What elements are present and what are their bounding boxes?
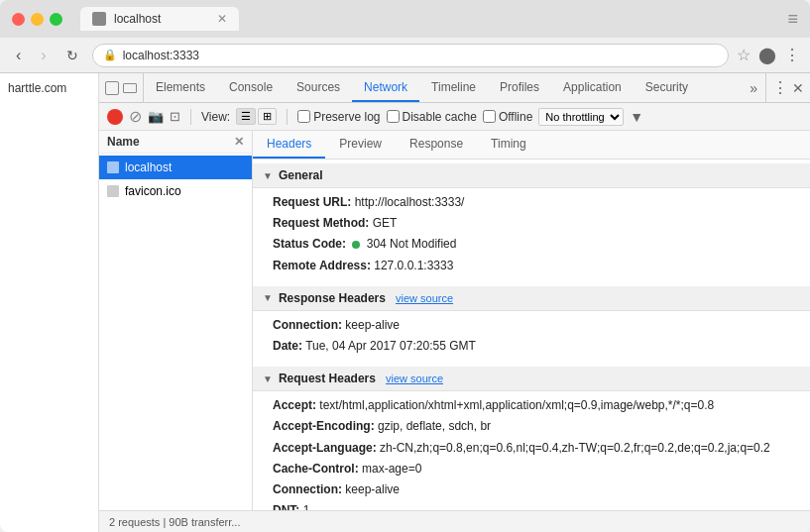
file-doc-icon: [107, 185, 119, 197]
tab-preview[interactable]: Preview: [325, 131, 396, 159]
nav-right: ☆ ⬤ ⋮: [737, 46, 800, 64]
tab-console[interactable]: Console: [217, 73, 285, 102]
address-text: localhost:3333: [123, 49, 199, 62]
star-icon[interactable]: ☆: [737, 46, 751, 64]
circle-icon[interactable]: ⬤: [758, 46, 776, 64]
browser-frame: localhost ✕ ≡ ‹ › ↻ 🔒 localhost:3333 ☆ ⬤…: [0, 0, 810, 532]
request-url-val: http://localhost:3333/: [355, 195, 465, 209]
tab-favicon: [92, 12, 106, 26]
devtools-tabs: Elements Console Sources Network Timelin…: [144, 73, 742, 102]
devtools-icons: [99, 73, 144, 102]
request-headers-section-header[interactable]: ▼ Request Headers view source: [253, 367, 810, 391]
request-headers-view-source-link[interactable]: view source: [386, 372, 443, 384]
devtools-menu-icon[interactable]: ⋮: [772, 78, 788, 97]
details-content: ▼ General Request URL: http://localhost:…: [253, 160, 810, 510]
status-bar-text: 2 requests | 90B transferr...: [109, 516, 240, 528]
accept-key: Accept:: [273, 398, 316, 412]
more-tabs-icon[interactable]: »: [742, 73, 765, 102]
title-bar: localhost ✕ ≡: [0, 0, 810, 38]
traffic-lights: [12, 13, 62, 26]
address-bar[interactable]: 🔒 localhost:3333: [92, 44, 729, 67]
file-item-favicon[interactable]: favicon.ico: [99, 179, 252, 203]
tab-title: localhost: [114, 12, 161, 26]
close-column-icon[interactable]: ✕: [234, 135, 244, 149]
devtools-header: Elements Console Sources Network Timelin…: [99, 73, 810, 103]
tab-application[interactable]: Application: [551, 73, 634, 102]
inspect-icon[interactable]: [105, 81, 119, 95]
devtools-main: Name ✕ localhost favicon.ico: [99, 131, 810, 510]
details-panel: Headers Preview Response Timing ▼ Genera…: [253, 131, 810, 510]
window-menu-icon[interactable]: ≡: [787, 9, 798, 30]
response-headers-arrow-icon: ▼: [263, 292, 273, 303]
tab-timing[interactable]: Timing: [477, 131, 540, 159]
dnt-key: DNT:: [273, 503, 299, 510]
accept-encoding-val: gzip, deflate, sdch, br: [378, 419, 491, 433]
maximize-button[interactable]: [50, 13, 62, 26]
tab-network[interactable]: Network: [352, 73, 419, 102]
status-bar: 2 requests | 90B transferr...: [99, 510, 810, 532]
site-sidebar: harttle.com: [0, 73, 99, 532]
tab-security[interactable]: Security: [634, 73, 700, 102]
toolbar-sep-2: [287, 109, 288, 125]
request-headers-title: Request Headers: [279, 372, 376, 385]
tab-elements[interactable]: Elements: [144, 73, 217, 102]
status-dot-icon: [352, 241, 360, 249]
close-button[interactable]: [12, 13, 25, 26]
offline-checkbox[interactable]: Offline: [483, 110, 532, 124]
file-list-body: localhost favicon.ico: [99, 154, 252, 205]
view-list-button[interactable]: ☰: [236, 108, 256, 125]
file-list: Name ✕ localhost favicon.ico: [99, 131, 253, 510]
record-button[interactable]: [107, 109, 123, 125]
file-item-localhost[interactable]: localhost: [99, 156, 252, 179]
browser-tab[interactable]: localhost ✕: [80, 7, 239, 31]
response-headers-section-header[interactable]: ▼ Response Headers view source: [253, 286, 810, 311]
device-icon[interactable]: [123, 83, 137, 93]
accept-language-val: zh-CN,zh;q=0.8,en;q=0.6,nl;q=0.4,zh-TW;q…: [380, 441, 770, 455]
content-area: harttle.com Elements Console Sources Net…: [0, 73, 810, 532]
status-code-key: Status Code:: [273, 237, 346, 251]
tab-response[interactable]: Response: [396, 131, 477, 159]
cache-control-row: Cache-Control: max-age=0: [273, 459, 794, 479]
menu-icon[interactable]: ⋮: [784, 46, 800, 64]
response-connection-key: Connection:: [273, 318, 342, 332]
reload-button[interactable]: ↻: [60, 46, 84, 65]
status-code-val: 304 Not Modified: [367, 237, 457, 251]
view-group-button[interactable]: ⊞: [258, 108, 277, 125]
preserve-log-checkbox[interactable]: Preserve log: [297, 110, 380, 124]
minimize-button[interactable]: [31, 13, 44, 26]
throttle-arrow-icon[interactable]: ▼: [630, 109, 643, 125]
tab-sources[interactable]: Sources: [285, 73, 352, 102]
remote-address-key: Remote Address:: [273, 259, 371, 272]
site-label: harttle.com: [8, 81, 66, 95]
cache-control-val: max-age=0: [362, 462, 421, 476]
accept-encoding-key: Accept-Encoding:: [273, 419, 375, 433]
general-section-title: General: [279, 168, 323, 182]
tab-profiles[interactable]: Profiles: [488, 73, 551, 102]
stop-button[interactable]: ⊘: [129, 107, 142, 126]
request-connection-val: keep-alive: [345, 482, 400, 496]
general-section-header[interactable]: ▼ General: [253, 163, 810, 188]
file-favicon-icon: [107, 161, 119, 173]
details-tabs: Headers Preview Response Timing: [253, 131, 810, 160]
general-section-body: Request URL: http://localhost:3333/ Requ…: [253, 188, 810, 282]
name-column-header: Name: [107, 135, 140, 149]
devtools-close-icon[interactable]: ✕: [792, 80, 804, 96]
response-date-val: Tue, 04 Apr 2017 07:20:55 GMT: [305, 339, 476, 353]
devtools-panel: Elements Console Sources Network Timelin…: [99, 73, 810, 532]
request-connection-key: Connection:: [273, 482, 342, 496]
disable-cache-checkbox[interactable]: Disable cache: [387, 110, 477, 124]
camera-button[interactable]: 📷: [148, 109, 164, 124]
forward-button[interactable]: ›: [35, 45, 52, 66]
back-button[interactable]: ‹: [10, 45, 27, 66]
tab-bar: localhost ✕: [80, 7, 779, 31]
filter-button[interactable]: ⊡: [170, 109, 180, 124]
request-headers-arrow-icon: ▼: [263, 373, 273, 384]
tab-timeline[interactable]: Timeline: [419, 73, 488, 102]
tab-close-icon[interactable]: ✕: [217, 12, 227, 26]
response-headers-view-source-link[interactable]: view source: [396, 292, 453, 304]
request-url-key: Request URL:: [273, 195, 351, 209]
throttle-select[interactable]: No throttling: [538, 108, 624, 126]
tab-headers[interactable]: Headers: [253, 131, 325, 159]
status-code-row: Status Code: 304 Not Modified: [273, 234, 794, 255]
request-method-val: GET: [373, 216, 398, 230]
